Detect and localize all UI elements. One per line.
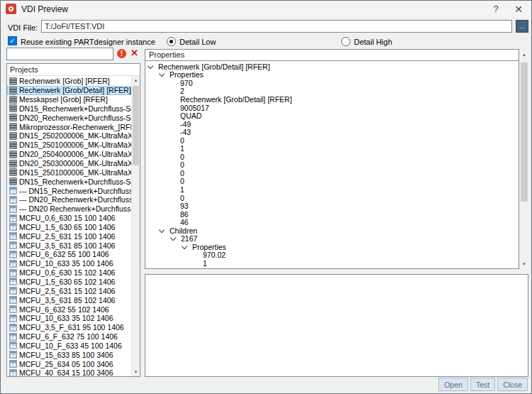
- tree-node[interactable]: 970.02: [145, 251, 519, 260]
- project-list-item[interactable]: MCFU_10_633 35 100 1406: [7, 259, 131, 268]
- project-list-item[interactable]: Rechenwerk [Grob/Detail] [RFER]: [7, 86, 131, 95]
- table-part-icon: [9, 341, 17, 349]
- project-item-label: MCFU_3,5_631 85 100 1406: [19, 241, 115, 250]
- titlebar-close-button[interactable]: ✕: [507, 1, 530, 18]
- tree-node[interactable]: Properties: [145, 71, 519, 80]
- project-list-item[interactable]: DN15_2501000006_MK-UltraMaXX_mi...: [7, 141, 131, 150]
- test-button[interactable]: Test: [470, 378, 495, 391]
- project-list-item[interactable]: MCFU_10_F_633 45 100 1406: [7, 341, 131, 350]
- tree-node[interactable]: 0: [145, 161, 519, 170]
- tree-node[interactable]: -49: [145, 120, 519, 128]
- project-list-item[interactable]: MCFU_2,5_631 15 102 1406: [7, 286, 131, 295]
- project-item-label: DN15_2501000006_MK-UltraMaXX_mi...: [19, 168, 131, 177]
- scrollbar-thumb[interactable]: [133, 86, 139, 165]
- detail-low-label[interactable]: Detail Low: [179, 38, 216, 46]
- tree-node[interactable]: Rechenwerk [Grob/Detail] [RFER]: [145, 95, 519, 104]
- vdi-file-input[interactable]: [41, 20, 512, 33]
- reuse-checkbox[interactable]: ✓: [8, 36, 17, 45]
- project-list-item[interactable]: DN20_Rechenwerk+Durchfluss-Sen...: [7, 113, 131, 122]
- detail-high-radio[interactable]: [341, 37, 350, 46]
- project-item-label: --- DN15_Rechenwerk+Durchfluss-...: [19, 187, 131, 195]
- project-list-item[interactable]: MCFU_0,6_630 15 100 1406: [7, 214, 131, 223]
- project-list-item[interactable]: MCFU_25_634 05 100 3406: [7, 359, 131, 368]
- project-list-item[interactable]: MCFU_1,5_630 65 102 1406: [7, 278, 131, 287]
- detail-low-radio[interactable]: [167, 37, 176, 46]
- project-list-item[interactable]: Messkapsel [Grob] [RFER]: [7, 95, 131, 104]
- footer-buttons: Open Test Close: [438, 378, 528, 391]
- project-list-item[interactable]: DN15_2502000006_MK-UltraMaXX_Ge...: [7, 131, 131, 141]
- project-list-item[interactable]: --- DN20 Rechenwerk+Durchfluss-...: [7, 204, 131, 214]
- projects-body: Rechenwerk [Grob] [RFER]Rechenwerk [Grob…: [7, 76, 140, 376]
- project-item-label: MCFU_0,6_630 15 100 1406: [19, 214, 115, 222]
- project-list-item[interactable]: MCFU_10_633 35 102 1406: [7, 314, 131, 323]
- project-list-item[interactable]: MCFU_3,5_631 85 100 1406: [7, 241, 131, 250]
- project-list-item[interactable]: DN15_Rechenwerk+Durchfluss-Sen...: [7, 104, 131, 114]
- project-list-item[interactable]: Rechenwerk [Grob] [RFER]: [7, 77, 131, 86]
- project-list-item[interactable]: MCFU_0,6_630 15 102 1406: [7, 268, 131, 278]
- scroll-down-icon[interactable]: ▼: [132, 368, 140, 376]
- project-list-item[interactable]: DN15_2501000006_MK-UltraMaXX_mi...: [7, 168, 131, 177]
- project-list-item[interactable]: MCFU_3,5_F_631 95 100 1406: [7, 323, 131, 332]
- tree-node[interactable]: 1: [145, 259, 519, 268]
- titlebar[interactable]: VDI Preview ? ✕: [1, 1, 531, 18]
- reuse-checkbox-label[interactable]: Reuse existing PARTdesigner instance: [21, 38, 155, 46]
- project-item-label: MCFU_10_633 35 102 1406: [19, 314, 113, 322]
- tree-node[interactable]: 0: [145, 177, 519, 186]
- close-button[interactable]: Close: [497, 378, 528, 391]
- titlebar-help-button[interactable]: ?: [484, 1, 507, 18]
- tree-node[interactable]: 2: [145, 87, 519, 96]
- filter-input[interactable]: [6, 48, 113, 60]
- project-list-item[interactable]: --- DN15_Rechenwerk+Durchfluss-...: [7, 186, 131, 195]
- chevron-down-icon[interactable]: [148, 63, 153, 69]
- window-title: VDI Preview: [21, 4, 68, 14]
- project-list-item[interactable]: MCFU_6_F_632 75 100 1406: [7, 332, 131, 341]
- tree-node-label: 2167: [181, 234, 197, 243]
- tree-node[interactable]: 46: [145, 218, 519, 226]
- tree-node[interactable]: 0: [145, 136, 519, 145]
- project-list-item[interactable]: MCFU_15_633 85 100 3406: [7, 350, 131, 359]
- project-list-item[interactable]: DN20_2503000006_MK-UltraMaXX_mi...: [7, 159, 131, 168]
- browse-button[interactable]: ...: [516, 20, 528, 33]
- project-list-item[interactable]: MCFU_2,5_631 15 100 1406: [7, 231, 131, 241]
- projects-scrollbar[interactable]: ▲ ▼: [131, 76, 140, 376]
- project-list-item[interactable]: DN20_2504000006_MK-UltraMaXX_mi...: [7, 150, 131, 159]
- chevron-down-icon[interactable]: [159, 71, 165, 77]
- project-list-item[interactable]: Mikroprozessor-Rechenwerk_[RFER]: [7, 122, 131, 131]
- open-button[interactable]: Open: [438, 378, 468, 391]
- project-list-item[interactable]: MCFU_6_632 55 102 1406: [7, 305, 131, 314]
- tree-node[interactable]: 86: [145, 210, 519, 219]
- tree-node[interactable]: 93: [145, 202, 519, 210]
- scrollbar-thumb[interactable]: [521, 62, 528, 202]
- tree-node[interactable]: 0: [145, 169, 519, 177]
- detail-high-label[interactable]: Detail High: [354, 38, 392, 46]
- tree-node[interactable]: -43: [145, 128, 519, 136]
- tree-node[interactable]: Rechenwerk [Grob/Detail] [RFER]: [145, 62, 519, 71]
- properties-scrollbar[interactable]: [520, 61, 528, 260]
- clear-filter-button[interactable]: ✕: [131, 48, 138, 58]
- project-item-label: MCFU_10_633 35 100 1406: [19, 259, 113, 268]
- project-list-item[interactable]: MCFU_6_632 55 100 1406: [7, 250, 131, 259]
- chevron-down-icon[interactable]: [170, 235, 176, 241]
- tree-node[interactable]: Children: [145, 226, 519, 235]
- scroll-up-icon[interactable]: ▲: [520, 50, 528, 60]
- project-list-item[interactable]: --- DN20_Rechenwerk+Durchfluss-...: [7, 195, 131, 204]
- tree-node[interactable]: 1: [145, 144, 519, 153]
- table-part-icon: [9, 205, 17, 213]
- tree-node[interactable]: 2167: [145, 234, 519, 243]
- table-part-icon: [9, 324, 17, 332]
- project-list-item[interactable]: DN15_Rechenwerk+Durchfluss-Sen...: [7, 177, 131, 186]
- scroll-down-icon[interactable]: ▼: [520, 260, 528, 269]
- tree-node[interactable]: 1: [145, 185, 519, 194]
- tree-node[interactable]: QUAD: [145, 111, 519, 120]
- tree-node[interactable]: 970: [145, 79, 519, 87]
- project-list-item[interactable]: MCFU_1,5_630 65 100 1406: [7, 223, 131, 232]
- project-list-item[interactable]: MCFU_40_634 15 100 3406: [7, 368, 131, 376]
- tree-node[interactable]: 0: [145, 194, 519, 202]
- tree-node[interactable]: 9005017: [145, 104, 519, 112]
- chevron-down-icon[interactable]: [159, 226, 165, 232]
- project-list-item[interactable]: MCFU_3,5_631 85 102 1406: [7, 295, 131, 305]
- chevron-down-icon[interactable]: [182, 243, 187, 249]
- scroll-up-icon[interactable]: ▲: [132, 76, 140, 84]
- tree-node[interactable]: Properties: [145, 243, 519, 251]
- tree-node[interactable]: 0: [145, 153, 519, 161]
